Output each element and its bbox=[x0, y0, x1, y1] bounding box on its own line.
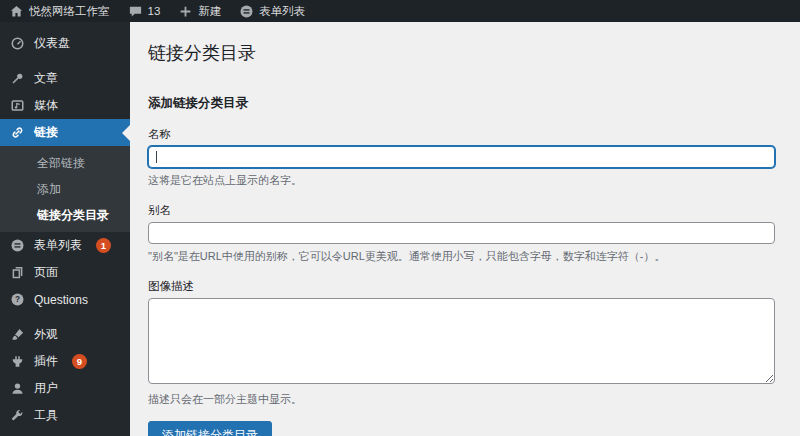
new-content-menu[interactable]: 新建 bbox=[169, 0, 230, 22]
brush-icon bbox=[10, 327, 25, 342]
sidebar-item-questions[interactable]: ? Questions bbox=[0, 286, 130, 313]
wrench-icon bbox=[10, 408, 25, 423]
slug-input[interactable] bbox=[148, 222, 775, 244]
comment-count: 13 bbox=[148, 5, 161, 17]
submenu-label: 全部链接 bbox=[37, 155, 85, 172]
forms-menu[interactable]: 表单列表 bbox=[230, 0, 314, 22]
user-icon bbox=[10, 381, 25, 396]
submenu-item-add[interactable]: 添加 bbox=[0, 176, 130, 202]
sidebar-label: 外观 bbox=[34, 326, 58, 343]
submenu-label: 链接分类目录 bbox=[37, 207, 109, 224]
sidebar-label: Questions bbox=[34, 293, 88, 307]
sidebar-label: 表单列表 bbox=[34, 237, 82, 254]
link-icon bbox=[10, 125, 25, 140]
media-icon bbox=[10, 98, 25, 113]
update-count-badge: 1 bbox=[96, 238, 111, 253]
sidebar-label: 插件 bbox=[34, 353, 58, 370]
form-list-icon bbox=[10, 238, 25, 253]
pin-icon bbox=[10, 71, 25, 86]
form-section-title: 添加链接分类目录 bbox=[148, 95, 775, 112]
sidebar-label: 页面 bbox=[34, 264, 58, 281]
home-icon bbox=[9, 4, 24, 19]
name-help-text: 这将是它在站点上显示的名字。 bbox=[148, 173, 775, 188]
sidebar-item-form-list[interactable]: 表单列表 1 bbox=[0, 232, 130, 259]
sidebar-item-users[interactable]: 用户 bbox=[0, 375, 130, 402]
description-help-text: 描述只会在一部分主题中显示。 bbox=[148, 392, 775, 407]
comment-bubble-icon bbox=[128, 4, 143, 19]
sidebar-label: 仪表盘 bbox=[34, 35, 70, 52]
submenu-label: 添加 bbox=[37, 181, 61, 198]
submenu-item-all-links[interactable]: 全部链接 bbox=[0, 150, 130, 176]
description-label: 图像描述 bbox=[148, 279, 775, 294]
name-field-group: 名称 这将是它在站点上显示的名字。 bbox=[148, 127, 775, 188]
sidebar-label: 链接 bbox=[34, 124, 58, 141]
admin-bar: 悦然网络工作室 13 新建 表单列表 bbox=[0, 0, 800, 22]
sidebar-item-dashboard[interactable]: 仪表盘 bbox=[0, 30, 130, 57]
svg-text:?: ? bbox=[15, 295, 20, 304]
comments-menu[interactable]: 13 bbox=[119, 0, 170, 22]
new-label: 新建 bbox=[198, 4, 221, 19]
site-name-menu[interactable]: 悦然网络工作室 bbox=[0, 0, 119, 22]
sidebar-item-links[interactable]: 链接 bbox=[0, 119, 130, 146]
add-category-form: 添加链接分类目录 名称 这将是它在站点上显示的名字。 别名 "别名"是在URL中… bbox=[148, 95, 775, 436]
plus-icon bbox=[178, 4, 193, 19]
page-title: 链接分类目录 bbox=[148, 42, 775, 65]
links-submenu: 全部链接 添加 链接分类目录 bbox=[0, 146, 130, 232]
description-textarea[interactable] bbox=[148, 298, 775, 384]
name-label: 名称 bbox=[148, 127, 775, 142]
submenu-item-link-categories[interactable]: 链接分类目录 bbox=[0, 202, 130, 228]
name-input[interactable] bbox=[148, 146, 775, 168]
dashboard-icon bbox=[10, 36, 25, 51]
sidebar-item-media[interactable]: 媒体 bbox=[0, 92, 130, 119]
sidebar-label: 工具 bbox=[34, 407, 58, 424]
description-field-group: 图像描述 描述只会在一部分主题中显示。 bbox=[148, 279, 775, 407]
form-list-icon bbox=[239, 4, 254, 19]
text-caret bbox=[156, 151, 157, 163]
slug-label: 别名 bbox=[148, 203, 775, 218]
sidebar-item-plugins[interactable]: 插件 9 bbox=[0, 348, 130, 375]
sidebar-item-tools[interactable]: 工具 bbox=[0, 402, 130, 429]
sidebar-item-posts[interactable]: 文章 bbox=[0, 65, 130, 92]
question-icon: ? bbox=[10, 292, 25, 307]
admin-sidebar: 仪表盘 文章 媒体 链接 全部链接 添加 bbox=[0, 22, 130, 436]
sidebar-label: 文章 bbox=[34, 70, 58, 87]
sidebar-label: 媒体 bbox=[34, 97, 58, 114]
plug-icon bbox=[10, 354, 25, 369]
main-content: 链接分类目录 添加链接分类目录 名称 这将是它在站点上显示的名字。 别名 "别名… bbox=[130, 22, 800, 436]
site-name: 悦然网络工作室 bbox=[29, 4, 110, 19]
sidebar-label: 用户 bbox=[34, 380, 58, 397]
pages-icon bbox=[10, 265, 25, 280]
sidebar-item-pages[interactable]: 页面 bbox=[0, 259, 130, 286]
update-count-badge: 9 bbox=[72, 354, 87, 369]
slug-field-group: 别名 "别名"是在URL中使用的别称，它可以令URL更美观。通常使用小写，只能包… bbox=[148, 203, 775, 264]
add-link-category-button[interactable]: 添加链接分类目录 bbox=[148, 421, 272, 436]
slug-help-text: "别名"是在URL中使用的别称，它可以令URL更美观。通常使用小写，只能包含字母… bbox=[148, 249, 775, 264]
sidebar-item-appearance[interactable]: 外观 bbox=[0, 321, 130, 348]
forms-label: 表单列表 bbox=[259, 4, 305, 19]
